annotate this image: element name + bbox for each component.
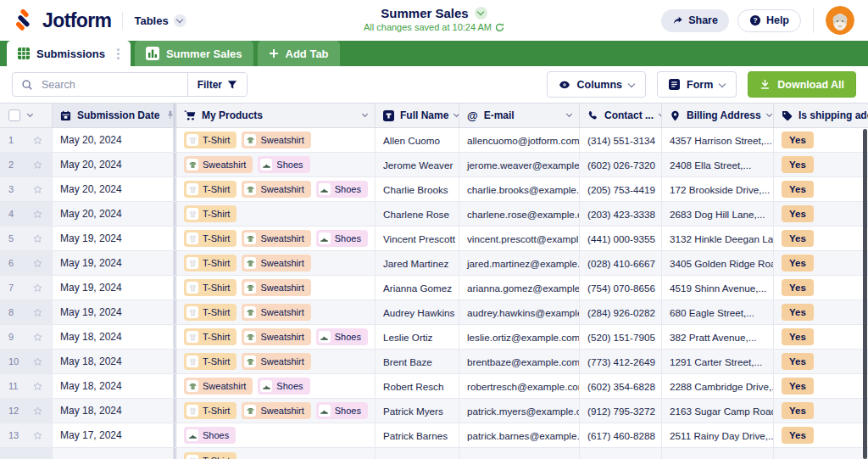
- cell-submission-date[interactable]: May 18, 2024: [53, 325, 174, 349]
- cell-submission-date[interactable]: May 19, 2024: [53, 300, 174, 324]
- vertical-scrollbar[interactable]: [863, 129, 867, 459]
- product-chip-t-shirt[interactable]: T-Shirt: [184, 353, 236, 370]
- cell-full-name[interactable]: Brent Baze: [376, 350, 459, 373]
- cell-contact[interactable]: (314) 551-3134: [580, 128, 662, 152]
- cell-billing-address[interactable]: 382 Pratt Avenue,...: [662, 325, 774, 349]
- cell-is-shipping-address[interactable]: Yes: [774, 177, 868, 201]
- product-chip-t-shirt[interactable]: T-Shirt: [184, 279, 236, 296]
- cell-billing-address[interactable]: 2408 Ella Street,...: [662, 153, 774, 176]
- product-chip-shoes[interactable]: Shoes: [258, 378, 309, 395]
- product-chip-t-shirt[interactable]: T-Shirt: [184, 304, 236, 321]
- cell-my-products[interactable]: T-ShirtSweatshirtShoes: [174, 399, 376, 423]
- cell-email[interactable]: charlene.rose@example.c...: [459, 202, 580, 226]
- chevron-down-icon[interactable]: [453, 111, 459, 117]
- row-header[interactable]: 12: [0, 399, 53, 423]
- pin-icon[interactable]: [165, 110, 174, 120]
- product-chip-shoes[interactable]: Shoes: [258, 156, 309, 173]
- cell-is-shipping-address[interactable]: Yes: [774, 300, 868, 324]
- star-icon[interactable]: [32, 160, 43, 171]
- star-icon[interactable]: [32, 381, 43, 392]
- cell-billing-address[interactable]: 2163 Sugar Camp Road,...: [662, 399, 774, 423]
- cell-submission-date[interactable]: May 20, 2024: [53, 202, 174, 226]
- star-icon[interactable]: [32, 356, 43, 367]
- chevron-down-icon[interactable]: [174, 14, 186, 27]
- avatar[interactable]: [826, 6, 854, 35]
- cell-email[interactable]: charlie.brooks@example.c...: [459, 177, 580, 201]
- column-header-my-products[interactable]: My Products: [174, 104, 376, 127]
- cell-submission-date[interactable]: May 18, 2024: [53, 399, 174, 423]
- cell-is-shipping-address[interactable]: Yes: [774, 350, 868, 373]
- star-icon[interactable]: [32, 307, 43, 318]
- cell-submission-date[interactable]: May 20, 2024: [53, 153, 174, 176]
- cell-is-shipping-address[interactable]: Yes: [774, 202, 868, 226]
- product-chip-t-shirt[interactable]: T-Shirt: [184, 132, 236, 148]
- cell-contact[interactable]: (520) 151-7905: [580, 325, 662, 349]
- cell-billing-address[interactable]: 2683 Dog Hill Lane,...: [662, 202, 774, 226]
- product-chip-shoes[interactable]: Shoes: [316, 402, 368, 419]
- add-tab-button[interactable]: Add Tab: [258, 41, 340, 66]
- cell-full-name[interactable]: [376, 448, 459, 459]
- product-chip-sweatshirt[interactable]: Sweatshirt: [242, 181, 310, 198]
- cell-my-products[interactable]: Shoes: [174, 423, 376, 447]
- star-icon[interactable]: [32, 283, 43, 294]
- row-header[interactable]: 5: [0, 227, 53, 250]
- star-icon[interactable]: [32, 233, 43, 244]
- cell-my-products[interactable]: T-Shirt: [174, 448, 376, 459]
- product-chip-shoes[interactable]: Shoes: [184, 427, 236, 444]
- cell-billing-address[interactable]: [662, 448, 774, 459]
- cell-email[interactable]: arianna.gomez@example....: [459, 276, 580, 299]
- column-header-email[interactable]: @ E-mail: [459, 104, 580, 127]
- cell-is-shipping-address[interactable]: Yes: [774, 374, 868, 398]
- share-button[interactable]: Share: [661, 9, 729, 32]
- cell-my-products[interactable]: T-ShirtSweatshirt: [174, 350, 376, 373]
- star-icon[interactable]: [32, 332, 43, 343]
- product-chip-sweatshirt[interactable]: Sweatshirt: [242, 402, 310, 419]
- product-chip-sweatshirt[interactable]: Sweatshirt: [184, 378, 253, 395]
- filter-button[interactable]: Filter: [187, 73, 247, 96]
- cell-contact[interactable]: (754) 070-8656: [580, 276, 662, 299]
- cell-submission-date[interactable]: May 18, 2024: [53, 350, 174, 373]
- tab-menu-icon[interactable]: [117, 53, 120, 55]
- search-input[interactable]: [40, 78, 179, 92]
- cell-email[interactable]: jared.martinez@example.c...: [459, 251, 580, 275]
- star-icon[interactable]: [32, 258, 43, 269]
- title-chevron-down-icon[interactable]: [475, 7, 487, 20]
- cell-is-shipping-address[interactable]: Yes: [774, 325, 868, 349]
- chevron-down-icon[interactable]: [566, 111, 572, 117]
- star-icon[interactable]: [32, 406, 43, 417]
- cell-billing-address[interactable]: 2288 Cambridge Drive,...: [662, 374, 774, 398]
- cell-full-name[interactable]: Vincent Prescott: [376, 227, 459, 250]
- cell-my-products[interactable]: T-ShirtSweatshirtShoes: [174, 227, 376, 250]
- cell-billing-address[interactable]: 4357 Harrison Street,...: [662, 128, 774, 152]
- row-header[interactable]: 8: [0, 300, 53, 324]
- cell-billing-address[interactable]: 680 Eagle Street,...: [662, 300, 774, 324]
- column-header-billing-address[interactable]: Billing Address: [662, 104, 774, 127]
- cell-submission-date[interactable]: May 20, 2024: [53, 177, 174, 201]
- product-chip-t-shirt[interactable]: T-Shirt: [184, 205, 236, 222]
- product-chip-sweatshirt[interactable]: Sweatshirt: [242, 279, 310, 296]
- cell-full-name[interactable]: Charlene Rose: [376, 202, 459, 226]
- cell-billing-address[interactable]: 172 Brookside Drive,...: [662, 177, 774, 201]
- tab-summer-sales[interactable]: Summer Sales: [135, 41, 253, 66]
- cell-my-products[interactable]: T-ShirtSweatshirtShoes: [174, 177, 376, 201]
- column-header-full-name[interactable]: Full Name: [376, 104, 459, 127]
- product-chip-sweatshirt[interactable]: Sweatshirt: [242, 132, 310, 148]
- product-chip-t-shirt[interactable]: T-Shirt: [184, 230, 236, 247]
- chevron-down-icon[interactable]: [362, 111, 368, 117]
- product-chip-t-shirt[interactable]: T-Shirt: [184, 181, 236, 198]
- cell-is-shipping-address[interactable]: Yes: [774, 276, 868, 299]
- tables-menu[interactable]: Tables: [134, 14, 186, 27]
- row-header[interactable]: 11: [0, 374, 53, 398]
- cell-submission-date[interactable]: May 18, 2024: [53, 374, 174, 398]
- tab-submissions[interactable]: Submissions: [7, 41, 131, 66]
- refresh-icon[interactable]: [495, 23, 504, 32]
- cell-submission-date[interactable]: May 20, 2024: [53, 128, 174, 152]
- cell-my-products[interactable]: SweatshirtShoes: [174, 153, 376, 176]
- product-chip-t-shirt[interactable]: T-Shirt: [184, 255, 236, 271]
- row-header[interactable]: 2: [0, 153, 53, 176]
- cell-email[interactable]: vincent.prescott@exampl...: [459, 227, 580, 250]
- search-box[interactable]: [13, 73, 187, 96]
- help-button[interactable]: ? Help: [737, 9, 801, 32]
- product-chip-shoes[interactable]: Shoes: [316, 328, 368, 345]
- row-header[interactable]: 7: [0, 276, 53, 299]
